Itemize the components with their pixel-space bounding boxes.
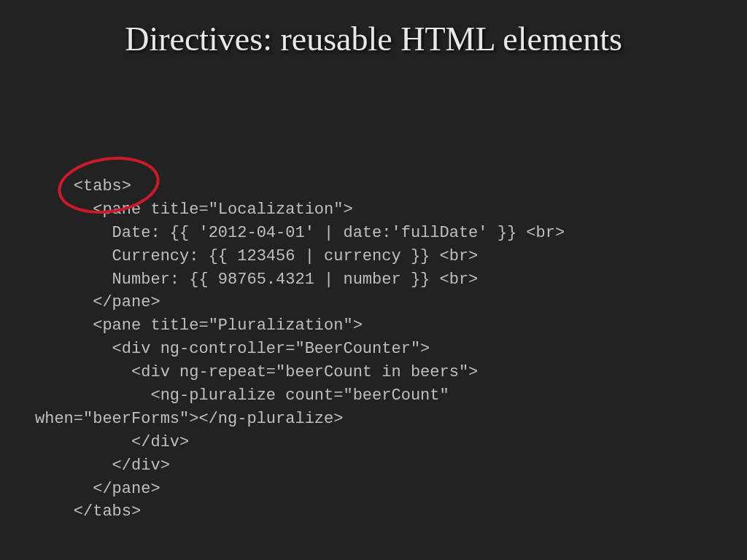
slide-title: Directives: reusable HTML elements xyxy=(0,0,747,61)
code-example: <tabs> <pane title="Localization"> Date:… xyxy=(35,175,565,524)
